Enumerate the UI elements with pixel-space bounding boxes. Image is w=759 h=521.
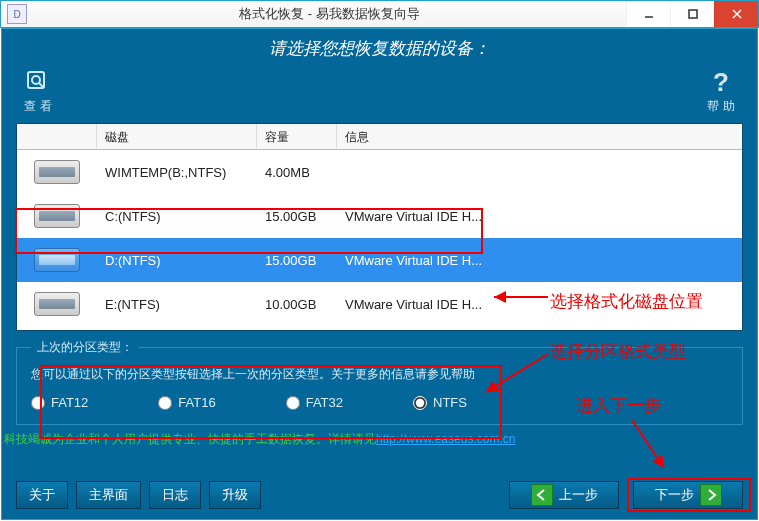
- arrow-right-icon: [700, 484, 722, 506]
- partition-hint: 您可以通过以下的分区类型按钮选择上一次的分区类型。关于更多的信息请参见帮助: [31, 366, 728, 383]
- svg-rect-1: [689, 10, 697, 18]
- footer-link-line: 科技竭诚为企业和个人用户提供专业、快捷的手工数据恢复。详情请见http://ww…: [4, 431, 757, 448]
- disk-capacity: 15.00GB: [257, 209, 337, 224]
- footer-text: 科技竭诚为企业和个人用户提供专业、快捷的手工数据恢复。详情请见: [4, 432, 376, 446]
- radio-input[interactable]: [286, 396, 300, 410]
- partition-radios: FAT12FAT16FAT32NTFS: [31, 395, 728, 410]
- help-tool[interactable]: ? 帮 助: [707, 68, 735, 115]
- partition-legend: 上次的分区类型：: [31, 339, 139, 356]
- main-frame: 请选择您想恢复数据的设备： 查 看 ? 帮 助 磁盘 容量 信息 WIMTEMP…: [1, 28, 758, 520]
- next-label: 下一步: [655, 486, 694, 504]
- upgrade-button[interactable]: 升级: [209, 481, 261, 509]
- col-disk[interactable]: 磁盘: [97, 124, 257, 149]
- disk-name: D:(NTFS): [97, 253, 257, 268]
- column-header: 磁盘 容量 信息: [17, 124, 742, 150]
- disk-name: WIMTEMP(B:,NTFS): [97, 165, 257, 180]
- footer-url[interactable]: http://www.easeus.com.cn: [376, 432, 515, 446]
- left-button-group: 关于 主界面 日志 升级: [16, 481, 261, 509]
- disk-capacity: 10.00GB: [257, 297, 337, 312]
- maximize-button[interactable]: [670, 1, 714, 27]
- radio-fat12[interactable]: FAT12: [31, 395, 88, 410]
- arrow-left-icon: [531, 484, 553, 506]
- top-toolbar: 查 看 ? 帮 助: [2, 64, 757, 123]
- bottom-bar: 关于 主界面 日志 升级 上一步 下一步: [16, 481, 743, 509]
- prev-label: 上一步: [559, 486, 598, 504]
- radio-label: FAT12: [51, 395, 88, 410]
- main-button[interactable]: 主界面: [76, 481, 141, 509]
- help-label: 帮 助: [707, 98, 734, 115]
- hdd-icon: [34, 248, 80, 272]
- log-button[interactable]: 日志: [149, 481, 201, 509]
- disk-name: E:(NTFS): [97, 297, 257, 312]
- disk-name: C:(NTFS): [97, 209, 257, 224]
- disk-row[interactable]: D:(NTFS) 15.00GB VMware Virtual IDE H...: [17, 238, 742, 282]
- radio-fat16[interactable]: FAT16: [158, 395, 215, 410]
- window-buttons: [626, 1, 758, 27]
- title-bar: D 格式化恢复 - 易我数据恢复向导: [0, 0, 759, 28]
- minimize-button[interactable]: [626, 1, 670, 27]
- svg-point-5: [32, 76, 40, 84]
- radio-label: FAT16: [178, 395, 215, 410]
- radio-fat32[interactable]: FAT32: [286, 395, 343, 410]
- hdd-icon: [34, 160, 80, 184]
- disk-row[interactable]: C:(NTFS) 15.00GB VMware Virtual IDE H...: [17, 194, 742, 238]
- page-prompt: 请选择您想恢复数据的设备：: [2, 29, 757, 64]
- disk-capacity: 15.00GB: [257, 253, 337, 268]
- magnifier-icon: [24, 68, 52, 96]
- close-button[interactable]: [714, 1, 758, 27]
- col-capacity[interactable]: 容量: [257, 124, 337, 149]
- next-button[interactable]: 下一步: [633, 481, 743, 509]
- disk-info: VMware Virtual IDE H...: [337, 297, 742, 312]
- question-icon: ?: [707, 68, 735, 96]
- radio-label: NTFS: [433, 395, 467, 410]
- right-button-group: 上一步 下一步: [509, 481, 743, 509]
- about-button[interactable]: 关于: [16, 481, 68, 509]
- prev-button[interactable]: 上一步: [509, 481, 619, 509]
- col-info[interactable]: 信息: [337, 124, 742, 149]
- disk-capacity: 4.00MB: [257, 165, 337, 180]
- window-title: 格式化恢复 - 易我数据恢复向导: [33, 5, 626, 23]
- disk-row[interactable]: WIMTEMP(B:,NTFS) 4.00MB: [17, 150, 742, 194]
- radio-input[interactable]: [31, 396, 45, 410]
- view-tool[interactable]: 查 看: [24, 68, 52, 115]
- disk-list-panel: 磁盘 容量 信息 WIMTEMP(B:,NTFS) 4.00MB C:(NTFS…: [16, 123, 743, 331]
- partition-type-group: 上次的分区类型： 您可以通过以下的分区类型按钮选择上一次的分区类型。关于更多的信…: [16, 339, 743, 425]
- hdd-icon: [34, 292, 80, 316]
- disk-info: VMware Virtual IDE H...: [337, 209, 742, 224]
- col-icon: [17, 124, 97, 149]
- view-label: 查 看: [24, 98, 51, 115]
- radio-label: FAT32: [306, 395, 343, 410]
- disk-info: VMware Virtual IDE H...: [337, 253, 742, 268]
- disk-row[interactable]: E:(NTFS) 10.00GB VMware Virtual IDE H...: [17, 282, 742, 326]
- app-icon: D: [7, 4, 27, 24]
- radio-input[interactable]: [158, 396, 172, 410]
- hdd-icon: [34, 204, 80, 228]
- disk-rows: WIMTEMP(B:,NTFS) 4.00MB C:(NTFS) 15.00GB…: [17, 150, 742, 326]
- radio-input[interactable]: [413, 396, 427, 410]
- radio-ntfs[interactable]: NTFS: [413, 395, 467, 410]
